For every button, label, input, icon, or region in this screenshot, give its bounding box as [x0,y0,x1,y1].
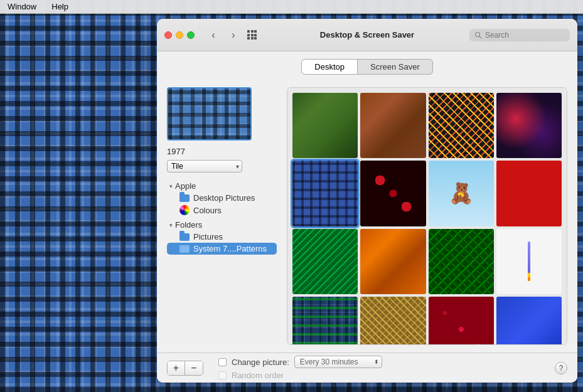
source-section-folders[interactable]: ▾ Folders [167,219,277,231]
random-order-row: Random order [218,371,547,380]
minimize-button[interactable] [176,31,183,39]
interval-select[interactable]: Every 30 minutes Every 5 seconds Every m… [294,356,382,368]
search-icon [474,31,482,39]
colors-icon [179,205,190,215]
change-picture-row: Change picture: Every 30 minutes Every 5… [218,356,547,368]
menu-window[interactable]: Window [5,2,39,11]
grid-thumb-pencil[interactable] [496,229,562,294]
change-picture-label: Change picture: [232,358,289,367]
source-item-label: Pictures [193,232,223,241]
tab-bar: Desktop Screen Saver [157,51,577,80]
disclosure-apple: ▾ [169,183,173,189]
menu-help[interactable]: Help [49,2,71,11]
interval-select-wrapper: Every 30 minutes Every 5 seconds Every m… [294,356,382,368]
preview-tartan-pattern [168,88,250,139]
grid-thumb-orange-texture[interactable] [360,229,425,294]
grid-thumb-blue-tartan[interactable] [292,161,358,226]
close-button[interactable] [164,31,172,39]
random-order-label: Random order [232,371,284,380]
source-item-colours[interactable]: Colours [167,204,277,216]
grid-thumb-bear[interactable]: 🧸 [429,161,494,226]
traffic-lights [164,31,195,39]
grid-thumb-gold-mesh[interactable] [360,297,425,345]
grid-thumb-wood[interactable] [360,93,425,158]
grid-thumb-green-swirls[interactable] [429,229,494,294]
source-section-apple[interactable]: ▾ Apple [167,180,277,192]
grid-thumb-blue-solid[interactable] [496,297,562,345]
disclosure-folders: ▾ [169,222,173,228]
source-list: ▾ Apple Desktop Pictures Colours [167,180,277,345]
image-grid-container[interactable]: 🧸 [287,87,567,345]
folder-icon [179,233,190,241]
source-item-label: Colours [193,206,222,215]
help-button[interactable]: ? [555,362,567,374]
remove-button[interactable]: − [185,361,203,375]
svg-line-1 [479,36,481,38]
grid-thumb-tartan-dark[interactable] [292,297,358,345]
maximize-button[interactable] [187,31,195,39]
grid-view-icon[interactable] [247,30,257,40]
source-item-label: Desktop Pictures [193,193,255,203]
grid-thumb-wires[interactable] [429,93,494,158]
source-folders-label: Folders [175,220,202,230]
tab-screensaver[interactable]: Screen Saver [358,59,433,75]
preview-image [167,87,252,140]
style-select[interactable]: Tile Fill Screen Fit to Screen Stretch t… [167,160,242,172]
add-button[interactable]: + [168,361,185,375]
pencil-shape [528,241,530,281]
menu-bar: Window Help [0,0,583,14]
left-panel: 1977 Tile Fill Screen Fit to Screen Stre… [167,87,277,345]
grid-thumb-grass[interactable] [292,93,358,158]
search-input[interactable] [485,31,560,40]
grid-thumb-red-swirl[interactable] [496,93,562,158]
folder-icon-selected [179,245,190,253]
title-bar: ‹ › Desktop & Screen Saver [157,19,577,51]
change-picture-checkbox[interactable] [218,358,227,366]
grid-thumb-red-texture[interactable] [429,297,494,345]
source-item-label: System 7....Patterns [193,244,267,253]
image-grid: 🧸 [287,88,567,345]
forward-button[interactable]: › [225,28,242,42]
source-item-system-patterns[interactable]: System 7....Patterns [167,243,277,255]
back-button[interactable]: ‹ [205,28,222,42]
source-item-desktop-pictures[interactable]: Desktop Pictures [167,192,277,204]
style-select-wrapper: Tile Fill Screen Fit to Screen Stretch t… [167,160,242,172]
main-window: ‹ › Desktop & Screen Saver Desktop Scree… [157,19,577,383]
preview-image-name: 1977 [167,147,185,156]
source-item-pictures[interactable]: Pictures [167,231,277,243]
add-remove-buttons: + − [167,361,203,376]
grid-thumb-red-solid[interactable] [496,161,562,226]
random-order-checkbox[interactable] [218,371,227,379]
search-box[interactable] [469,29,570,41]
grid-thumb-green-lines[interactable] [292,229,358,294]
source-apple-label: Apple [175,181,196,191]
folder-icon [179,194,190,202]
content-area: Desktop Screen Saver 1977 Tile Fill Scre… [157,51,577,383]
bottom-bar: + − Change picture: Every 30 minutes Eve… [157,352,577,383]
change-picture-section: Change picture: Every 30 minutes Every 5… [211,356,547,380]
grid-thumb-roses[interactable] [360,161,425,226]
tab-desktop[interactable]: Desktop [301,59,358,75]
main-panel: 1977 Tile Fill Screen Fit to Screen Stre… [157,80,577,352]
nav-buttons: ‹ › [205,28,242,42]
window-title: Desktop & Screen Saver [320,30,414,40]
